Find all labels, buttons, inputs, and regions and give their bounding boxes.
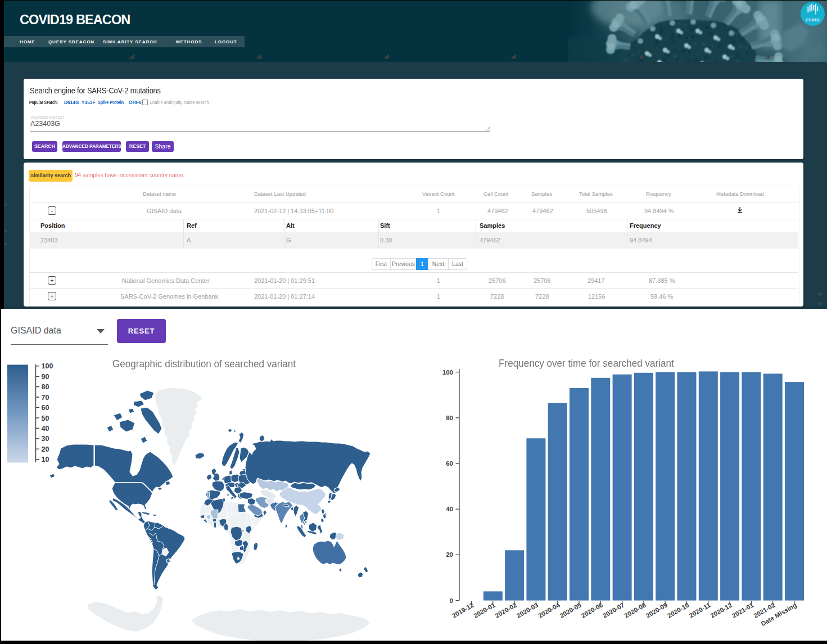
svg-text:30: 30 bbox=[42, 435, 49, 443]
svg-text:40: 40 bbox=[42, 425, 49, 433]
svg-text:2020-09: 2020-09 bbox=[645, 601, 669, 619]
svg-text:2020-07: 2020-07 bbox=[602, 601, 626, 619]
svg-text:2020-01: 2020-01 bbox=[472, 601, 496, 619]
svg-text:40: 40 bbox=[446, 506, 453, 512]
svg-text:2020-10: 2020-10 bbox=[666, 601, 690, 619]
svg-text:20: 20 bbox=[446, 551, 453, 558]
svg-text:2019-12: 2019-12 bbox=[451, 601, 475, 619]
svg-text:2020-11: 2020-11 bbox=[688, 601, 712, 619]
svg-text:50: 50 bbox=[42, 415, 49, 422]
svg-text:CSIRO: CSIRO bbox=[806, 17, 820, 22]
svg-text:60: 60 bbox=[42, 404, 49, 412]
svg-text:20: 20 bbox=[42, 445, 49, 453]
svg-text:2020-04: 2020-04 bbox=[537, 601, 561, 619]
svg-text:2020-05: 2020-05 bbox=[558, 601, 582, 619]
svg-text:100: 100 bbox=[42, 362, 53, 370]
svg-text:0: 0 bbox=[450, 597, 453, 604]
svg-text:2020-08: 2020-08 bbox=[623, 601, 647, 619]
svg-text:2021-01: 2021-01 bbox=[731, 601, 755, 619]
svg-text:2020-02: 2020-02 bbox=[494, 601, 518, 619]
svg-text:60: 60 bbox=[446, 460, 453, 467]
svg-text:90: 90 bbox=[42, 373, 49, 381]
svg-text:80: 80 bbox=[42, 383, 49, 391]
svg-text:80: 80 bbox=[446, 415, 453, 421]
svg-text:10: 10 bbox=[42, 456, 49, 463]
svg-text:100: 100 bbox=[442, 369, 453, 376]
svg-text:70: 70 bbox=[42, 394, 49, 402]
svg-text:2020-03: 2020-03 bbox=[516, 601, 540, 619]
svg-text:2020-12: 2020-12 bbox=[709, 601, 734, 619]
svg-text:2020-06: 2020-06 bbox=[580, 601, 604, 619]
